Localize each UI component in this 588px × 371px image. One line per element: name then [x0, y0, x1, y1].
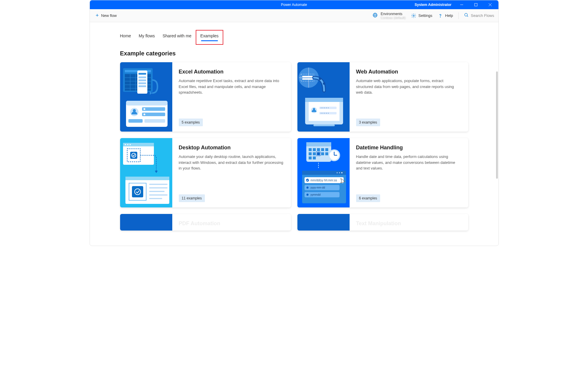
- minimize-button[interactable]: [455, 0, 468, 9]
- card-body: Datetime Handling Handle date and time d…: [350, 138, 468, 207]
- svg-rect-68: [130, 152, 137, 159]
- svg-point-58: [324, 113, 325, 114]
- svg-rect-45: [305, 98, 343, 102]
- svg-point-33: [144, 108, 145, 110]
- svg-rect-32: [142, 107, 165, 111]
- card-datetime-handling[interactable]: mm/dd/yy hh:mm:ss yyyy-mm-dd yymmdd Date…: [297, 138, 468, 207]
- svg-point-42: [319, 78, 321, 80]
- card-excel-automation[interactable]: Excel Automation Automate repetitive Exc…: [120, 62, 291, 132]
- help-icon: [438, 13, 443, 18]
- toolbar-right: Environments Contoso (default) Settings …: [372, 12, 494, 20]
- card-body: Excel Automation Automate repetitive Exc…: [172, 62, 291, 132]
- svg-rect-73: [132, 186, 143, 197]
- svg-point-56: [321, 113, 321, 114]
- tab-home[interactable]: Home: [120, 33, 131, 41]
- svg-point-9: [465, 13, 467, 16]
- content-area: Home My flows Shared with me Examples Ex…: [90, 22, 498, 246]
- card-title: Excel Automation: [179, 69, 284, 75]
- tab-shared-with-me[interactable]: Shared with me: [162, 33, 191, 41]
- svg-point-108: [306, 187, 308, 189]
- svg-point-35: [144, 113, 145, 115]
- card-title: Web Automation: [356, 69, 462, 75]
- card-thumb: [297, 62, 350, 132]
- desktop-thumb-illustration: [120, 138, 172, 207]
- card-thumb: [120, 138, 172, 207]
- svg-rect-85: [321, 148, 324, 151]
- plus-icon: +: [96, 12, 99, 19]
- svg-point-66: [130, 144, 131, 145]
- search-flows[interactable]: Search Flows: [464, 13, 494, 18]
- svg-point-111: [306, 194, 308, 196]
- card-badge: 3 examples: [356, 119, 380, 126]
- svg-rect-91: [321, 152, 324, 155]
- svg-point-8: [440, 17, 440, 17]
- svg-point-43: [323, 82, 325, 85]
- svg-point-7: [413, 15, 415, 16]
- svg-text:yyyy-mm-dd: yyyy-mm-dd: [310, 186, 325, 189]
- close-button[interactable]: [484, 0, 497, 9]
- section-title: Example categories: [120, 50, 494, 57]
- card-body: Desktop Automation Automate your daily d…: [172, 138, 291, 207]
- help-button[interactable]: Help: [438, 13, 453, 18]
- tab-examples[interactable]: Examples: [199, 33, 220, 41]
- environments-label: Environments: [381, 12, 406, 16]
- app-window: Power Automate System Administrator + Ne…: [90, 0, 499, 246]
- svg-point-52: [324, 108, 325, 108]
- settings-button[interactable]: Settings: [411, 13, 432, 18]
- svg-rect-93: [309, 156, 312, 159]
- environments-selector[interactable]: Environments Contoso (default): [372, 12, 406, 20]
- datetime-thumb-illustration: mm/dd/yy hh:mm:ss yyyy-mm-dd yymmdd: [297, 138, 350, 207]
- new-flow-button[interactable]: + New flow: [94, 11, 119, 20]
- svg-point-102: [339, 172, 340, 173]
- svg-rect-23: [138, 73, 146, 75]
- svg-rect-36: [128, 119, 143, 123]
- svg-point-57: [322, 113, 323, 114]
- card-thumb: [297, 214, 350, 231]
- svg-rect-83: [313, 148, 316, 151]
- titlebar: Power Automate System Administrator: [90, 0, 498, 9]
- tab-my-flows[interactable]: My flows: [139, 33, 155, 41]
- minimize-icon: [460, 3, 463, 6]
- new-flow-label: New flow: [101, 13, 117, 18]
- card-desc: Automate your daily desktop routine, lau…: [179, 154, 284, 171]
- card-thumb: [120, 214, 172, 231]
- svg-text:mm/dd/yy hh:mm:ss: mm/dd/yy hh:mm:ss: [310, 179, 337, 182]
- card-badge: 6 examples: [356, 194, 380, 202]
- svg-rect-26: [138, 82, 146, 84]
- svg-rect-87: [309, 152, 312, 155]
- maximize-button[interactable]: [469, 0, 482, 9]
- svg-rect-34: [142, 113, 165, 116]
- svg-rect-90: [317, 152, 320, 155]
- svg-text:yymmdd: yymmdd: [310, 193, 321, 196]
- card-pdf-automation[interactable]: PDF Automation: [120, 214, 291, 231]
- svg-point-60: [328, 113, 329, 114]
- scrollbar-thumb[interactable]: [496, 71, 498, 179]
- svg-point-59: [326, 113, 327, 114]
- svg-rect-24: [138, 76, 146, 78]
- toolbar: + New flow Environments Contoso (default…: [90, 9, 498, 22]
- svg-point-53: [326, 108, 327, 108]
- card-web-automation[interactable]: Web Automation Automate web applications…: [297, 62, 468, 132]
- cards-grid: Excel Automation Automate repetitive Exc…: [120, 62, 468, 231]
- svg-rect-86: [325, 148, 328, 151]
- svg-rect-41: [302, 78, 313, 80]
- svg-point-64: [125, 144, 126, 145]
- settings-label: Settings: [418, 13, 432, 18]
- environments-value: Contoso (default): [381, 16, 406, 20]
- card-body: Web Automation Automate web applications…: [350, 62, 468, 132]
- excel-thumb-illustration: [120, 62, 172, 132]
- svg-rect-27: [138, 85, 146, 87]
- svg-point-103: [337, 172, 338, 173]
- search-placeholder: Search Flows: [471, 13, 494, 18]
- svg-rect-1: [474, 4, 477, 6]
- card-thumb: mm/dd/yy hh:mm:ss yyyy-mm-dd yymmdd: [297, 138, 350, 207]
- card-desktop-automation[interactable]: Desktop Automation Automate your daily d…: [120, 138, 291, 207]
- svg-rect-40: [302, 76, 313, 77]
- user-label: System Administrator: [415, 3, 451, 7]
- help-label: Help: [445, 13, 453, 18]
- svg-rect-110: [305, 192, 340, 197]
- svg-point-50: [321, 108, 321, 108]
- card-title: Text Manipulation: [356, 220, 462, 227]
- card-badge: 5 examples: [179, 119, 203, 126]
- card-text-manipulation[interactable]: Text Manipulation: [297, 214, 468, 231]
